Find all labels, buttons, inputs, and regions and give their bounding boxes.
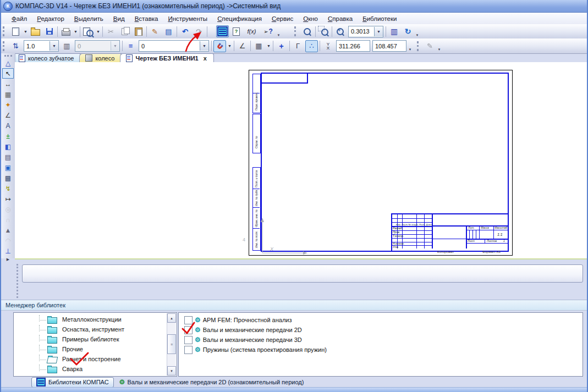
grid-dropdown[interactable]: ▼ [266,41,272,52]
stamp-button[interactable]: ✎ [424,40,436,52]
zoom-scale-dropdown[interactable]: ▼ [374,27,383,36]
library-manager-button[interactable] [216,25,229,37]
toolbar-grip[interactable] [294,26,299,36]
report-table-icon[interactable]: ▤ [2,152,14,162]
close-tab-icon[interactable]: x [204,55,207,62]
spec-window-icon[interactable]: ◧ [2,141,14,152]
save-button[interactable] [43,25,56,37]
point-snap-button[interactable]: ∴ [305,40,318,52]
ground-symbol-icon[interactable]: ⊥ [2,246,14,256]
snap-magnet-button[interactable] [213,40,226,52]
paste-button[interactable] [132,25,145,37]
menu-item-4[interactable]: Вид [108,14,130,23]
bracket-tool-icon[interactable]: ◠ [2,235,14,246]
menu-item-11[interactable]: Библиотеки [358,14,402,23]
arrow-dimension-icon[interactable]: ↦ [2,194,14,204]
designations-icon[interactable]: ▦ [2,89,14,100]
tree-scrollbar[interactable]: ▲ ≡ ▼ [167,313,176,376]
new-document-dropdown[interactable]: ▼ [23,26,29,37]
circle-tool-icon[interactable]: ◎ [2,204,14,214]
cut-button[interactable]: ✂ [105,25,117,37]
step-button[interactable]: ▥ [61,40,73,52]
spec-button[interactable]: ▤ [162,25,175,37]
menu-item-1[interactable]: Файл [7,14,32,23]
line-scale-dropdown[interactable]: ▼ [50,41,58,51]
tab-chertezh-bez-imeni1[interactable]: Чертеж БЕЗ ИМЕНИ1 x [120,53,213,62]
library-item-3[interactable]: ⚙Валы и механические передачи 3D [179,335,582,345]
redo-button[interactable]: ↷ [193,25,205,37]
toolbar-overflow[interactable]: ▼ [276,26,281,37]
view-window-icon[interactable]: ▣ [2,162,14,173]
zoom-scale-combo[interactable]: 0.3013 ▼ [348,26,383,37]
parametrization-icon[interactable]: ∠ [2,110,14,120]
print-preview-button[interactable] [82,25,95,37]
undo-button[interactable]: ↶ [179,25,191,37]
lightning-icon[interactable]: ↯ [2,183,14,194]
active-library-status[interactable]: ⚙ Валы и механические передачи 2D (ознак… [119,378,304,386]
library-checkbox[interactable] [184,336,193,344]
new-document-button[interactable] [9,25,22,37]
coord-y-field[interactable]: 311.266 [336,40,370,52]
ortho-button[interactable]: Г [292,40,304,52]
variables-button[interactable]: ? [230,25,243,37]
library-item-1[interactable]: ⚙АРМ FEM: Прочностной анализ [179,315,582,325]
measure-icon[interactable]: A [2,120,14,131]
library-checkbox[interactable] [184,316,193,324]
tree-item-3[interactable]: Примеры библиотек [14,335,167,345]
tree-item-4[interactable]: Прочие [14,345,167,355]
toolbar-overflow[interactable]: ▼ [415,26,420,37]
tree-item-2[interactable]: Оснастка, инструмент [14,325,167,335]
menu-item-10[interactable]: Справка [323,14,358,23]
menu-item-2[interactable]: Редактор [32,14,69,23]
menu-item-3[interactable]: Выделить [69,14,108,23]
open-button[interactable] [29,25,42,37]
rail-expand-icon[interactable]: ▶ [7,257,9,262]
select-cursor-icon[interactable]: ↖ [2,68,14,79]
library-manager-header[interactable]: Менеджер библиотек [1,300,587,311]
local-cs-button[interactable]: + [275,40,288,52]
plus-minus-icon[interactable]: ± [2,131,14,141]
dimensions-icon[interactable]: ↔ [2,79,14,89]
angle-snap-button[interactable]: ∠ [236,40,249,52]
tree-item-5[interactable]: Расчет и построение [14,355,167,365]
tab-koleso[interactable]: колесо [79,53,122,62]
zoom-area-button[interactable] [301,25,314,37]
arc-tool-icon[interactable]: ∩ [2,214,14,225]
copy-button[interactable] [118,25,131,37]
menu-item-5[interactable]: Вставка [130,14,163,23]
zoom-in-button[interactable] [334,25,347,37]
magnet-dropdown[interactable]: ▼ [227,41,233,52]
drawing-canvas[interactable]: 4 Перв. примен. Справ. № Подп. и дата Ин… [15,62,587,260]
scrollbar-thumb[interactable]: ≡ [167,334,176,354]
rebuild-button[interactable]: ↻ [402,25,414,37]
library-item-4[interactable]: ⚙Пружины (система проектирования пружин) [179,345,582,355]
angle-tool-icon[interactable]: ▲ [2,225,14,235]
menu-item-6[interactable]: Инструменты [163,14,212,23]
geometry-icon[interactable]: △ [2,58,14,68]
tab-biblioteki-kompas[interactable]: Библиотеки КОМПАС [31,377,114,388]
zoom-selection-button[interactable] [317,25,330,37]
tree-item-6[interactable]: Сварка [14,365,167,374]
layers-button[interactable]: ≡ [124,40,137,52]
fx-button[interactable]: f(x) [244,25,260,37]
toolbar-overflow[interactable]: ▼ [408,40,413,52]
grid-button[interactable]: ▦ [252,40,265,52]
print-button[interactable] [59,25,72,37]
line-scale-combo[interactable]: 1.0 ▼ [24,40,59,52]
insert-view-icon[interactable]: ▩ [2,173,14,183]
menu-item-9[interactable]: Окно [298,14,323,23]
rail-grip[interactable] [4,55,12,57]
scroll-up-icon[interactable]: ▲ [167,313,176,323]
menu-item-8[interactable]: Сервис [267,14,298,23]
coord-x-field[interactable]: 108.457 [372,40,406,52]
library-checkbox[interactable] [184,326,193,334]
editing-tools-icon[interactable]: ✦ [2,100,14,110]
toolbar-grip[interactable] [3,41,7,51]
copy-properties-button[interactable]: ✎ [149,25,161,37]
scroll-down-icon[interactable]: ▼ [167,366,176,376]
preview-dropdown[interactable]: ▼ [95,26,101,37]
library-item-2[interactable]: ⚙Валы и механические передачи 2D [179,325,582,335]
propbar-handle[interactable] [17,264,20,298]
library-checkbox[interactable] [184,346,193,354]
toolbar-overflow[interactable]: ▼ [437,40,442,52]
